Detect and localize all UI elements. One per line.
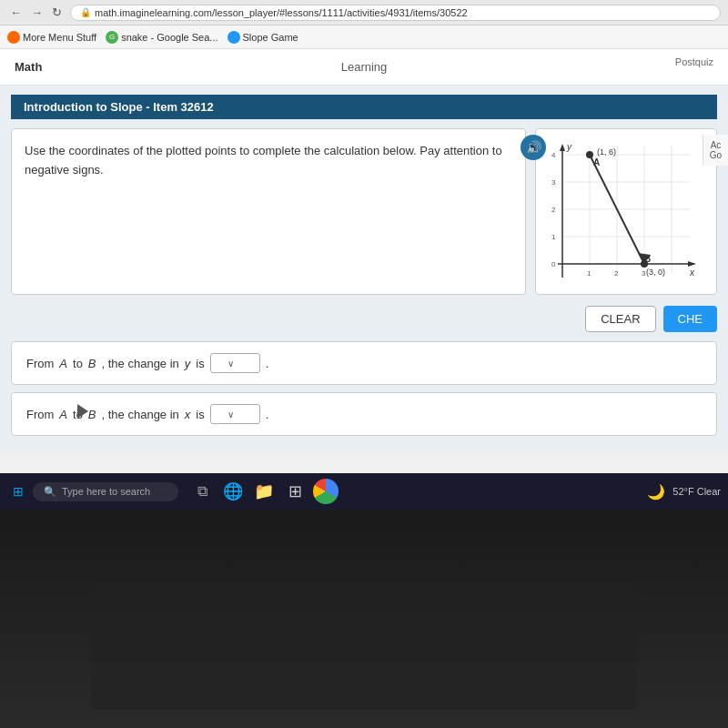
- q2-var2: B: [88, 408, 96, 421]
- clear-button[interactable]: CLEAR: [585, 306, 655, 332]
- svg-text:y: y: [566, 142, 572, 152]
- buttons-row: CLEAR CHE: [11, 306, 717, 332]
- app-logo: Math: [15, 60, 42, 74]
- speaker-button[interactable]: 🔊: [521, 135, 546, 160]
- apps-grid-icon[interactable]: ⊞: [282, 479, 308, 504]
- chevron-down-icon-1: ∨: [228, 359, 234, 369]
- right-panel-line1: Ac: [706, 140, 725, 150]
- forward-button[interactable]: →: [28, 5, 46, 19]
- lock-icon: 🔒: [80, 7, 91, 17]
- bookmark-icon-blue: [228, 31, 240, 44]
- bookmark-label-3: Slope Game: [243, 32, 298, 43]
- graph-container: y x 0 1 2 3 4 1 2 3: [544, 136, 708, 287]
- q1-prefix: From: [26, 357, 54, 370]
- laptop-body: [0, 510, 728, 728]
- q2-dropdown-value: [218, 408, 225, 420]
- svg-text:2: 2: [614, 269, 619, 278]
- bookmark-label-2: snake - Google Sea...: [121, 32, 217, 43]
- url-bar[interactable]: 🔒 math.imaginelearning.com/lesson_player…: [70, 5, 721, 21]
- svg-text:x: x: [689, 268, 695, 278]
- svg-text:3: 3: [551, 178, 556, 187]
- q1-suffix2: is: [196, 357, 204, 370]
- q2-period: .: [266, 408, 269, 421]
- learning-label: Learning: [341, 60, 388, 74]
- graph-box: y x 0 1 2 3 4 1 2 3: [535, 128, 717, 295]
- task-view-icon[interactable]: ⧉: [189, 479, 215, 504]
- q1-dropdown[interactable]: ∨: [210, 353, 260, 373]
- right-panel-line2: Go: [706, 150, 725, 160]
- svg-text:(1, 6): (1, 6): [597, 147, 616, 157]
- q1-middle: to: [73, 357, 83, 370]
- bookmark-label-1: More Menu Stuff: [23, 32, 96, 43]
- q2-suffix2: is: [196, 408, 204, 421]
- chrome-icon[interactable]: [313, 479, 339, 504]
- question-row: Use the coordinates of the plotted point…: [11, 128, 717, 295]
- instruction-text: Use the coordinates of the plotted point…: [25, 144, 502, 177]
- weather-icon: 🌙: [647, 483, 665, 500]
- svg-text:0: 0: [551, 260, 556, 268]
- search-icon: 🔍: [44, 486, 56, 498]
- bookmark-snake[interactable]: G snake - Google Sea...: [106, 31, 217, 44]
- q2-dropdown[interactable]: ∨: [210, 404, 260, 424]
- cursor-pointer: [77, 404, 88, 419]
- q2-var3: x: [185, 408, 191, 421]
- postquiz-text: Postquiz: [675, 56, 713, 67]
- keyboard-area: [91, 582, 637, 710]
- item-header: Introduction to Slope - Item 32612: [11, 95, 717, 119]
- windows-icon[interactable]: ⊞: [7, 480, 29, 502]
- content-area: Introduction to Slope - Item 32612 🔊 Use…: [0, 86, 728, 452]
- answer-row-2: From A to B , the change in x is ∨ .: [11, 392, 717, 436]
- q1-suffix1: , the change in: [102, 357, 179, 370]
- svg-point-26: [586, 151, 593, 158]
- browser-chrome: ← → ↻ 🔒 math.imaginelearning.com/lesson_…: [0, 0, 728, 25]
- q2-var1: A: [59, 408, 67, 421]
- taskbar-center-icons: ⧉ 🌐 📁 ⊞: [189, 479, 339, 504]
- url-text: math.imaginelearning.com/lesson_player/#…: [95, 7, 468, 18]
- bookmark-icon-green: G: [106, 31, 118, 44]
- speaker-button-area: 🔊: [521, 135, 546, 160]
- bookmark-icon-orange: [7, 31, 20, 44]
- edge-browser-icon[interactable]: 🌐: [220, 479, 246, 504]
- q1-var2: B: [88, 357, 96, 370]
- bookmark-slope-game[interactable]: Slope Game: [228, 31, 298, 44]
- folder-icon[interactable]: 📁: [251, 479, 277, 504]
- weather-text: 52°F Clear: [672, 486, 721, 497]
- item-title: Introduction to Slope - Item 32612: [24, 100, 214, 114]
- q1-period: .: [266, 357, 269, 370]
- bookmarks-bar: More Menu Stuff G snake - Google Sea... …: [0, 25, 728, 49]
- svg-text:2: 2: [551, 206, 556, 214]
- refresh-button[interactable]: ↻: [49, 5, 65, 19]
- q2-prefix: From: [26, 408, 54, 421]
- svg-text:A: A: [593, 157, 600, 167]
- postquiz-badge: Postquiz: [675, 56, 713, 67]
- svg-marker-12: [560, 144, 565, 151]
- svg-marker-13: [688, 261, 696, 267]
- browser-nav: ← → ↻: [7, 5, 65, 19]
- taskbar-right: 🌙 52°F Clear: [647, 483, 721, 500]
- taskbar: ⊞ 🔍 Type here to search ⧉ 🌐 📁 ⊞ 🌙 52°F C…: [0, 473, 728, 510]
- svg-text:1: 1: [551, 233, 556, 241]
- coordinate-graph: y x 0 1 2 3 4 1 2 3: [544, 136, 703, 287]
- search-box[interactable]: 🔍 Type here to search: [33, 482, 178, 501]
- q1-dropdown-value: [218, 357, 225, 369]
- chevron-down-icon-2: ∨: [228, 410, 234, 420]
- svg-text:4: 4: [551, 151, 556, 159]
- svg-text:1: 1: [587, 269, 592, 278]
- check-button[interactable]: CHE: [663, 306, 717, 332]
- question-text-box: Use the coordinates of the plotted point…: [11, 128, 526, 295]
- answer-row-1: From A to B , the change in y is ∨ .: [11, 341, 717, 385]
- bookmark-more-menu[interactable]: More Menu Stuff: [7, 31, 96, 44]
- app-nav-center: Learning: [341, 60, 388, 74]
- svg-text:(3, 0): (3, 0): [646, 268, 665, 277]
- q1-var1: A: [59, 357, 67, 370]
- search-placeholder: Type here to search: [62, 486, 150, 497]
- right-panel: Ac Go: [703, 135, 728, 166]
- q2-suffix1: , the change in: [102, 408, 179, 421]
- q1-var3: y: [185, 357, 191, 370]
- back-button[interactable]: ←: [7, 5, 25, 19]
- app-header: Math Learning Postquiz: [0, 49, 728, 86]
- svg-text:B: B: [644, 254, 651, 264]
